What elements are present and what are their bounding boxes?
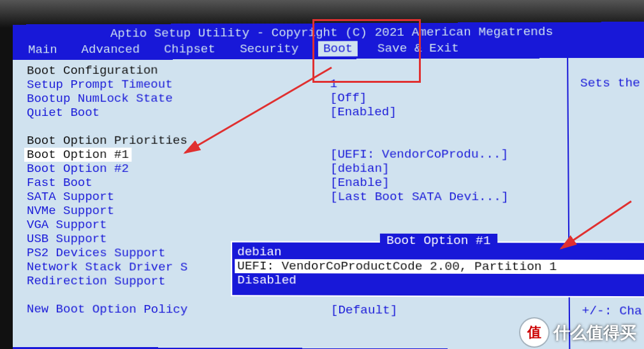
value-boot-option-2: [debian] — [330, 161, 565, 175]
value-setup-prompt-timeout: 1 — [330, 76, 564, 91]
help-hint: +/-: Cha — [582, 304, 644, 318]
item-fast-boot[interactable]: Fast Boot — [27, 176, 323, 190]
value-bootup-numlock: [Off] — [330, 90, 564, 105]
tab-boot[interactable]: Boot — [318, 41, 358, 56]
help-text: Sets the s — [580, 76, 644, 90]
value-quiet-boot: [Enabled] — [330, 104, 565, 119]
tab-save-exit[interactable]: Save & Exit — [372, 41, 464, 57]
value-boot-option-1: [UEFI: VendorCoProdu...] — [330, 147, 565, 162]
boot-option-popup[interactable]: Boot Option #1 debian UEFI: VendorCoProd… — [231, 241, 644, 298]
item-sata-support[interactable]: SATA Support — [27, 190, 323, 204]
bios-screen: Aptio Setup Utility - Copyright (C) 2021… — [13, 22, 644, 349]
value-fast-boot: [Enable] — [330, 176, 565, 190]
value-new-boot-policy: [Default] — [331, 303, 566, 318]
popup-option-1[interactable]: UEFI: VendorCoProductCode 2.00, Partitio… — [235, 259, 644, 274]
item-bootup-numlock[interactable]: Bootup NumLock State — [27, 91, 322, 106]
popup-option-2[interactable]: Disabled — [237, 273, 642, 288]
item-boot-option-2[interactable]: Boot Option #2 — [27, 162, 323, 176]
watermark: 值 什么值得买 — [520, 318, 636, 346]
item-new-boot-policy[interactable]: New Boot Option Policy — [27, 302, 323, 317]
item-quiet-boot[interactable]: Quiet Boot — [27, 105, 322, 120]
section-boot-priorities: Boot Option Priorities — [27, 133, 323, 148]
tab-security[interactable]: Security — [235, 41, 304, 57]
tab-main[interactable]: Main — [23, 42, 62, 57]
item-boot-option-1[interactable]: Boot Option #1 — [27, 148, 323, 162]
tab-chipset[interactable]: Chipset — [159, 41, 221, 57]
value-column: 1 [Off] [Enabled] [UEFI: VendorCoProdu..… — [327, 58, 570, 349]
tab-bar: Main Advanced Chipset Security Boot Save… — [13, 40, 644, 61]
item-vga-support[interactable]: VGA Support — [27, 218, 323, 232]
item-setup-prompt-timeout[interactable]: Setup Prompt Timeout — [27, 77, 322, 92]
bios-title: Aptio Setup Utility - Copyright (C) 2021… — [13, 22, 644, 42]
popup-title: Boot Option #1 — [380, 234, 497, 248]
left-column: Boot Configuration Setup Prompt Timeout … — [13, 59, 328, 348]
help-column: Sets the s +/-: Cha — [568, 58, 644, 349]
item-nvme-support[interactable]: NVMe Support — [27, 204, 323, 218]
tab-advanced[interactable]: Advanced — [77, 42, 145, 57]
section-boot-config: Boot Configuration — [27, 63, 322, 78]
content-area: Boot Configuration Setup Prompt Timeout … — [13, 58, 644, 349]
value-sata-support: [Last Boot SATA Devi...] — [330, 190, 566, 204]
watermark-badge-icon: 值 — [520, 318, 548, 346]
watermark-text: 什么值得买 — [553, 322, 636, 344]
